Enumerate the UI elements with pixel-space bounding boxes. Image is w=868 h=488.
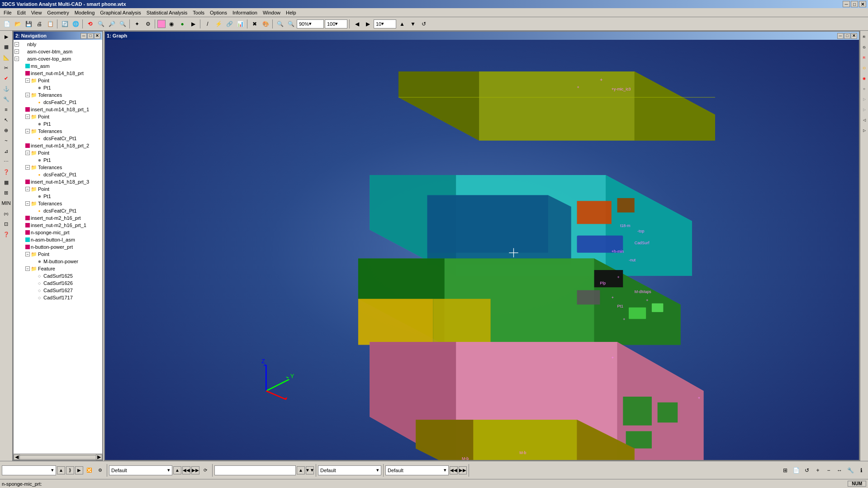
tree-item[interactable]: ●dcsFeatCr_Pt1 [14,207,101,214]
tree-item[interactable]: ⊕Pt1 [14,120,101,128]
tb-icon12[interactable]: ● [177,19,187,29]
tb-icon11[interactable]: ◉ [166,19,176,29]
expand-button[interactable]: − [25,187,30,191]
expand-button[interactable]: − [25,129,30,133]
globe-icon[interactable]: 🌐 [71,19,81,29]
zoom-fit-icon[interactable]: 🔍 [96,19,106,29]
tree-item[interactable]: ⊕Pt1 [14,156,101,164]
menu-help[interactable]: Help [283,9,299,16]
tree-item[interactable]: n-sponge-mic_prt [14,229,101,236]
right-btn-8[interactable]: ▷ [861,104,868,114]
bt-left-2[interactable]: ◀◀ [182,466,190,474]
arrow-icon[interactable]: ↔ [835,465,844,475]
zoom-value-dropdown[interactable]: 100▾ [325,19,347,28]
tb-icon16[interactable]: 📊 [235,19,245,29]
expand-button[interactable]: − [14,49,19,54]
bt-up-2[interactable]: ▲ [173,466,181,474]
bottom-dropdown-2[interactable]: Default▾ [109,465,172,475]
graph-canvas[interactable]: + + +y-mic_ic3 t18-m [105,40,859,460]
nav-maximize-btn[interactable]: □ [87,33,94,39]
right-btn-9[interactable]: ◁ [861,115,868,125]
save-button[interactable]: 💾 [24,19,33,29]
tree-item[interactable]: −nbly [14,41,101,48]
tree-item[interactable]: insert_nut-m14_h18_prt_2 [14,142,101,149]
expand-button[interactable]: − [25,93,30,97]
minimize-button[interactable]: ─ [843,1,850,7]
menu-window[interactable]: Window [260,9,283,16]
left-btn-19[interactable]: ⊡ [1,219,11,229]
tb-slash[interactable]: / [203,19,213,29]
bt-up-3[interactable]: ▲ [297,466,305,474]
left-btn-5[interactable]: ✔ [1,73,11,83]
tree-item[interactable]: −📁Tolerances [14,91,101,99]
nav-minimize-btn[interactable]: ─ [81,33,87,39]
right-btn-5[interactable]: ◉ [861,73,868,83]
tree-item[interactable]: ●dcsFeatCr_Pt1 [14,99,101,106]
left-btn-15[interactable]: ▦ [1,177,11,187]
minus-icon[interactable]: − [824,465,834,475]
print-button[interactable]: 🖨 [34,19,44,29]
zoom-minus[interactable]: 🔍 [286,19,296,29]
expand-button[interactable]: − [25,252,30,256]
new-button[interactable]: 📄 [2,19,12,29]
expand-button[interactable]: − [25,266,30,271]
zoom-in-icon[interactable]: 🔎 [107,19,117,29]
right-btn-3[interactable]: R [861,52,868,62]
left-btn-14[interactable]: ❓ [1,167,11,177]
tb-icon17[interactable]: ✖ [250,19,260,29]
left-btn-1[interactable]: ▶ [1,32,11,42]
zoom-plus[interactable]: 🔍 [275,19,285,29]
left-btn-13[interactable]: ⋯ [1,156,11,166]
bottom-dropdown-3[interactable]: Default▾ [318,465,381,475]
menu-tools[interactable]: Tools [190,9,207,16]
tb-icon13[interactable]: ▶ [188,19,198,29]
bt-right-4[interactable]: ▶▶ [459,466,467,474]
tb-icon4[interactable]: 📋 [45,19,55,29]
bt-arrow-up-1[interactable]: ▲ [57,466,65,474]
left-btn-11[interactable]: ~ [1,136,11,146]
graph-close-btn[interactable]: ✕ [851,33,857,39]
right-btn-6[interactable]: ○ [861,84,868,94]
tree-item[interactable]: −asm-cover-btm_asm [14,48,101,55]
left-btn-10[interactable]: ⊕ [1,125,11,135]
bt-down-3[interactable]: ▼▼ [306,466,314,474]
tb-icon14[interactable]: ⚡ [213,19,223,29]
expand-button[interactable]: − [14,42,19,47]
undo-icon2[interactable]: ↺ [802,465,812,475]
left-btn-8[interactable]: ≡ [1,104,11,114]
tree-item[interactable]: ◇CadSurf1627 [14,287,101,294]
close-button[interactable]: ✕ [859,1,866,7]
tree-item[interactable]: −📁Point [14,113,101,120]
tree-item[interactable]: −📁Tolerances [14,200,101,207]
graph-minimize-btn[interactable]: ─ [837,33,844,39]
tree-item[interactable]: insert_nut-m2_h16_prt [14,214,101,222]
color-swatch[interactable]: 🎨 [261,19,270,29]
left-btn-20[interactable]: ❓ [1,229,11,239]
tree-item[interactable]: −📁Tolerances [14,128,101,135]
plus-icon[interactable]: + [813,465,823,475]
rotate-icon[interactable]: 🔄 [60,19,70,29]
menu-view[interactable]: View [28,9,45,16]
maximize-button[interactable]: □ [851,1,858,7]
arrow-down[interactable]: ▼ [408,19,418,29]
snap-icon[interactable]: ✦ [132,19,142,29]
tree-item[interactable]: insert_nut-m14_h18_prt [14,70,101,77]
nav-scrollbar[interactable]: ◀ ▶ [14,454,102,460]
left-btn-cursor[interactable]: ↖ [1,115,11,125]
tree-item[interactable]: −📁Point [14,251,101,258]
tree-item[interactable]: −asm-cover-top_asm [14,55,101,62]
right-btn-4[interactable]: O [861,63,868,73]
zoom-out-icon[interactable]: 🔍 [118,19,128,29]
undo-icon[interactable]: ⟲ [85,19,95,29]
tree-item[interactable]: ●dcsFeatCr_Pt1 [14,171,101,178]
menu-edit[interactable]: Edit [14,9,28,16]
tree-item[interactable]: −📁Tolerances [14,164,101,171]
info-icon[interactable]: ℹ [856,465,866,475]
right-btn-10[interactable]: ▷ [861,125,868,135]
menu-geometry[interactable]: Geometry [44,9,71,16]
tb-icon15[interactable]: 🔗 [224,19,234,29]
expand-button[interactable]: − [25,78,30,83]
tree-item[interactable]: −📁Feature [14,265,101,272]
arrow-left[interactable]: ◀ [352,19,362,29]
tree-item[interactable]: ⊕M-button-power [14,258,101,265]
